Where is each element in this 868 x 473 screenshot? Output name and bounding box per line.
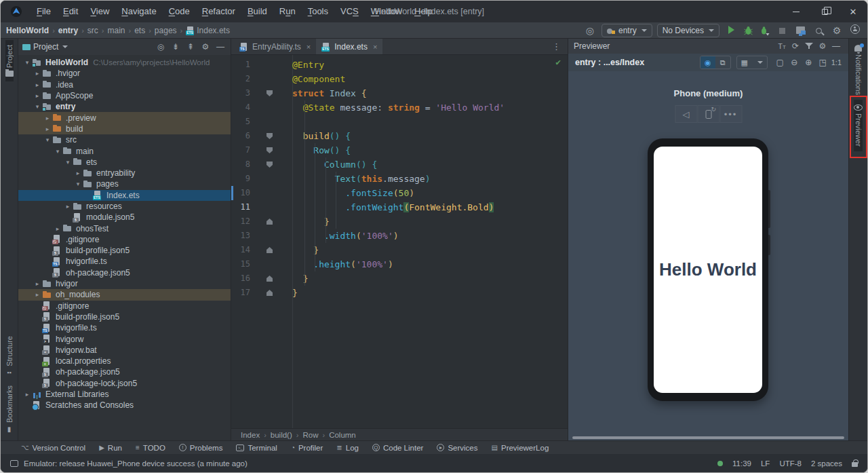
menu-tools[interactable]: Tools [302, 1, 334, 22]
tree-chevron-icon[interactable]: ▾ [33, 103, 42, 110]
code-line-6[interactable]: 6 build() { [231, 129, 568, 143]
hide-previewer-icon[interactable]: — [829, 41, 843, 51]
more-options-button[interactable]: ••• [719, 105, 742, 123]
status-message[interactable]: Emulator: release Huawei_Phone device su… [24, 459, 248, 468]
sidebar-tab-project[interactable]: Project [5, 40, 14, 81]
tree-item-hvigorw[interactable]: >hvigorw [18, 333, 231, 344]
tree-item-module-json5[interactable]: 5module.json5 [18, 212, 231, 223]
rotate-device-button[interactable] [697, 105, 719, 123]
tree-item-resources[interactable]: ▸resources [18, 201, 231, 212]
module-selector[interactable]: entry [601, 24, 652, 37]
fold-open-icon[interactable] [267, 90, 273, 96]
menu-refactor[interactable]: Refactor [196, 1, 241, 22]
menu-run[interactable]: Run [273, 1, 302, 22]
grid-view-button[interactable]: ▦ [737, 56, 752, 69]
profile-button[interactable] [848, 24, 862, 37]
fold-close-icon[interactable] [267, 276, 273, 282]
select-opened-file-icon[interactable]: ◎ [155, 42, 167, 52]
event-log-icon[interactable] [10, 460, 18, 467]
tree-item-entry[interactable]: ▾entry [18, 101, 231, 112]
tree-item-ets[interactable]: ▾ets [18, 157, 231, 168]
code-line-1[interactable]: 1@Entry [231, 58, 568, 72]
filter-icon[interactable] [802, 41, 816, 51]
tree-item-scratches-and-consoles[interactable]: Scratches and Consoles [18, 400, 231, 411]
code-line-3[interactable]: 3struct Index { [231, 86, 568, 100]
device-selector[interactable]: No Devices [657, 24, 719, 37]
code-line-17[interactable]: 17} [231, 286, 568, 300]
layers-toggle[interactable]: ⧉ [715, 56, 730, 69]
stop-button[interactable] [775, 24, 789, 37]
tree-item-hvigorw-bat[interactable]: =hvigorw.bat [18, 345, 231, 356]
menu-file[interactable]: File [31, 1, 57, 22]
expand-all-icon[interactable]: ⇟ [170, 42, 182, 52]
tree-item-appscope[interactable]: ▸AppScope [18, 90, 231, 101]
tree-item--hvigor[interactable]: ▸.hvigor [18, 68, 231, 79]
tool-window-button-previewerlog[interactable]: ▤PreviewerLog [492, 444, 549, 452]
indent-indicator[interactable]: 2 spaces [811, 459, 842, 468]
editor-breadcrumb-row[interactable]: Row [302, 431, 318, 439]
tree-item--gitignore[interactable]: ⃠.gitignore [18, 234, 231, 245]
editor-tab-index-ets[interactable]: ETSIndex.ets× [316, 39, 382, 54]
code-line-4[interactable]: 4 @State message: string = 'Hello World' [231, 100, 568, 115]
code-line-10[interactable]: 10 .fontSize(50) [231, 186, 568, 200]
code-line-16[interactable]: 16 } [231, 271, 568, 286]
tool-window-button-log[interactable]: ≣Log [336, 444, 359, 452]
menu-vcs[interactable]: VCS [334, 1, 365, 22]
tree-chevron-icon[interactable]: ▾ [22, 59, 32, 66]
tree-item-hvigorfile-ts[interactable]: TShvigorfile.ts [18, 256, 231, 267]
locate-target-icon[interactable]: ◎ [583, 24, 597, 37]
panel-settings-icon[interactable]: ⚙ [199, 42, 212, 52]
tab-list-more-icon[interactable]: ⋮ [545, 39, 568, 54]
debug-button[interactable] [743, 25, 754, 36]
view-mode-dropdown[interactable] [752, 56, 767, 69]
collapse-all-icon[interactable]: ⇞ [184, 42, 197, 52]
phone-screen[interactable]: Hello World [654, 147, 762, 393]
encoding-indicator[interactable]: UTF-8 [779, 459, 802, 468]
tool-window-button-todo[interactable]: ≡TODO [136, 444, 165, 452]
readonly-lock-icon[interactable] [852, 462, 858, 467]
tool-window-button-terminal[interactable]: >_Terminal [236, 444, 277, 452]
tree-item-helloworld[interactable]: ▾HelloWorldC:\Users\amy\projects\HelloWo… [18, 57, 231, 68]
code-line-5[interactable]: 5 [231, 115, 568, 129]
tab-close-icon[interactable]: × [307, 43, 311, 51]
tree-item--gitignore[interactable]: ⃠.gitignore [18, 301, 231, 311]
tree-item-oh_modules[interactable]: ▸oh_modules [18, 289, 231, 300]
tab-close-icon[interactable]: × [373, 43, 377, 51]
tree-item-oh-package-json5[interactable]: 5oh-package.json5 [18, 366, 231, 377]
line-separator-indicator[interactable]: LF [761, 459, 770, 468]
editor-breadcrumb-column[interactable]: Column [329, 431, 356, 439]
code-line-13[interactable]: 13 .width('100%') [231, 229, 568, 243]
text-size-icon[interactable]: TT [775, 42, 789, 50]
code-line-15[interactable]: 15 .height('100%') [231, 257, 568, 271]
code-line-9[interactable]: 9 Text(this.message) [231, 172, 568, 186]
tree-chevron-icon[interactable]: ▸ [53, 225, 62, 232]
zoom-out-icon[interactable]: ⊖ [787, 58, 802, 67]
tree-chevron-icon[interactable]: ▾ [73, 181, 83, 187]
code-line-11[interactable]: 11 .fontWeight(FontWeight.Bold) [231, 200, 568, 214]
breadcrumb-item-entry[interactable]: entry [58, 26, 78, 35]
fold-close-icon[interactable] [267, 247, 273, 253]
tree-item-main[interactable]: ▾main [18, 145, 231, 156]
device-file-browser-button[interactable] [793, 24, 807, 37]
zoom-ratio-label[interactable]: 1:1 [831, 58, 842, 67]
editor-breadcrumb-build[interactable]: build() [271, 431, 292, 439]
tree-chevron-icon[interactable]: ▾ [43, 136, 52, 143]
code-line-7[interactable]: 7 Row() { [231, 143, 568, 157]
tree-chevron-icon[interactable]: ▸ [33, 70, 42, 77]
tool-window-button-services[interactable]: ▸Services [437, 444, 477, 452]
tree-item-src[interactable]: ▾src [18, 134, 231, 145]
tree-item-local-properties[interactable]: ≡local.properties [18, 356, 231, 366]
tree-item-external-libraries[interactable]: ▸External Libraries [18, 389, 231, 400]
fold-close-icon[interactable] [267, 290, 273, 296]
tree-chevron-icon[interactable]: ▸ [63, 203, 73, 210]
tree-item-hvigor[interactable]: ▸hvigor [18, 278, 231, 289]
code-editor[interactable]: 1@Entry2@Component3struct Index {4 @Stat… [231, 55, 568, 428]
tree-chevron-icon[interactable]: ▾ [63, 159, 73, 166]
sidebar-tab-bookmarks[interactable]: Bookmarks ▮ [5, 381, 14, 438]
tree-item-build[interactable]: ▸build [18, 124, 231, 134]
menu-build[interactable]: Build [241, 1, 273, 22]
sidebar-tab-notifications[interactable]: Notifications [854, 40, 863, 100]
hide-panel-icon[interactable]: — [214, 42, 226, 52]
editor-breadcrumb-index[interactable]: Index [241, 431, 260, 439]
run-button[interactable] [724, 24, 738, 37]
